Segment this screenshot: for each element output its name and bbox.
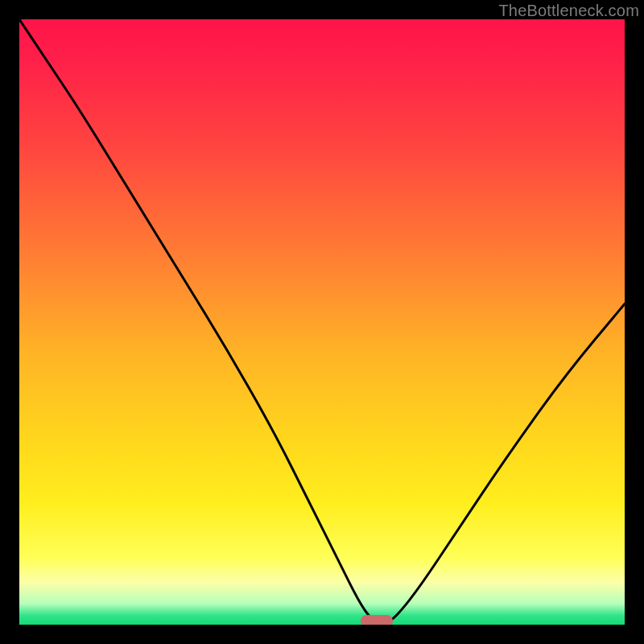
optimal-marker (361, 615, 393, 625)
plot-area (19, 19, 625, 625)
watermark-text: TheBottleneck.com (498, 2, 639, 20)
bottleneck-curve (19, 19, 625, 623)
curve-layer (19, 19, 625, 625)
chart-frame: TheBottleneck.com (0, 0, 644, 644)
